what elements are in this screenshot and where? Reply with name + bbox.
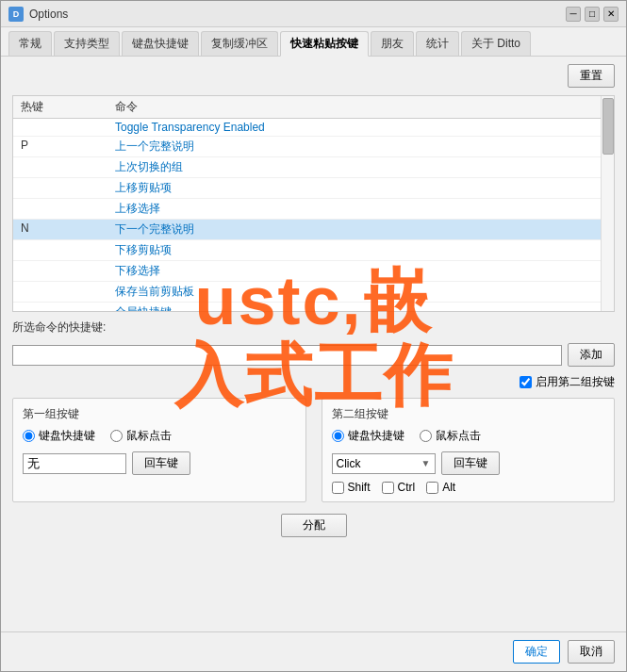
- minimize-button[interactable]: ─: [566, 7, 581, 22]
- group2-box: 第二组按键 键盘快捷键 鼠标点击 Click ▼: [322, 398, 616, 502]
- tab-stats[interactable]: 统计: [416, 31, 459, 56]
- main-window: D Options ─ □ ✕ 常规 支持类型 键盘快捷键 复制缓冲区 快速粘贴…: [0, 0, 627, 672]
- group2-ctrl-label[interactable]: Ctrl: [382, 481, 416, 494]
- cell-hotkey: [21, 201, 115, 217]
- group1-radio-row: 键盘快捷键 鼠标点击: [23, 428, 296, 444]
- table-body: Toggle Transparency Enabled P 上一个完整说明 上次…: [13, 119, 614, 311]
- cell-hotkey: N: [21, 221, 115, 238]
- group1-input[interactable]: [23, 453, 126, 474]
- alt-label: Alt: [442, 481, 455, 494]
- tab-quick-paste[interactable]: 快速粘贴按键: [280, 31, 369, 57]
- reset-button[interactable]: 重置: [568, 64, 615, 88]
- cell-cmd: 上移选择: [115, 201, 606, 217]
- app-icon: D: [8, 7, 24, 22]
- group2-radio-row: 键盘快捷键 鼠标点击: [332, 428, 605, 444]
- cell-hotkey: [21, 242, 115, 258]
- group2-input-row: Click ▼ 回车键: [332, 451, 605, 475]
- shortcut-row: 所选命令的快捷键:: [12, 320, 615, 336]
- shift-label: Shift: [348, 481, 371, 494]
- shortcut-table: 热键 命令 Toggle Transparency Enabled P 上一个完…: [12, 95, 615, 312]
- add-button[interactable]: 添加: [568, 343, 615, 367]
- group1-title: 第一组按键: [23, 406, 296, 422]
- dropdown-arrow-icon: ▼: [421, 458, 431, 468]
- cell-hotkey: [21, 304, 115, 311]
- tab-copy-buffer[interactable]: 复制缓冲区: [201, 31, 278, 56]
- reset-row: 重置: [12, 64, 615, 88]
- cell-hotkey: [21, 159, 115, 175]
- main-content: 重置 热键 命令 Toggle Transparency Enabled P 上…: [1, 57, 626, 631]
- cell-hotkey: [21, 263, 115, 279]
- window-title: Options: [29, 8, 68, 21]
- cell-cmd: Toggle Transparency Enabled: [115, 121, 606, 134]
- cell-hotkey: P: [21, 139, 115, 155]
- groups-area: 第一组按键 键盘快捷键 鼠标点击 回车键: [12, 398, 615, 502]
- tab-bar: 常规 支持类型 键盘快捷键 复制缓冲区 快速粘贴按键 朋友 统计 关于 Ditt…: [1, 27, 626, 57]
- second-group-checkbox[interactable]: [520, 376, 532, 388]
- table-row[interactable]: Toggle Transparency Enabled: [13, 119, 614, 137]
- cell-cmd: 下移选择: [115, 263, 606, 279]
- group1-box: 第一组按键 键盘快捷键 鼠标点击 回车键: [12, 398, 306, 502]
- tab-about[interactable]: 关于 Ditto: [461, 31, 531, 56]
- cell-cmd: 上一个完整说明: [115, 139, 606, 155]
- group2-shift-label[interactable]: Shift: [332, 481, 371, 494]
- shift-checkbox[interactable]: [332, 482, 344, 494]
- table-row[interactable]: P 上一个完整说明: [13, 137, 614, 157]
- second-group-checkbox-label[interactable]: 启用第二组按键: [520, 374, 615, 390]
- tab-keyboard-shortcuts[interactable]: 键盘快捷键: [122, 31, 199, 56]
- header-hotkey: 热键: [21, 99, 115, 115]
- title-bar-left: D Options: [8, 7, 68, 22]
- group2-keyboard-label: 键盘快捷键: [348, 428, 404, 444]
- group1-enter-button[interactable]: 回车键: [132, 451, 190, 475]
- maximize-button[interactable]: □: [585, 7, 600, 22]
- group2-radio-mouse[interactable]: 鼠标点击: [420, 428, 481, 444]
- group2-enter-button[interactable]: 回车键: [441, 451, 500, 475]
- table-row[interactable]: 下移剪贴项: [13, 240, 614, 261]
- table-row[interactable]: 全局快捷键: [13, 303, 614, 311]
- assign-button[interactable]: 分配: [281, 514, 347, 537]
- cell-hotkey: [21, 180, 115, 196]
- table-row-selected[interactable]: N 下一个完整说明: [13, 220, 614, 240]
- cell-cmd: 上移剪贴项: [115, 180, 606, 196]
- cell-cmd: 保存当前剪贴板: [115, 284, 606, 300]
- group2-title: 第二组按键: [332, 406, 605, 422]
- scrollbar[interactable]: [601, 96, 614, 311]
- table-row[interactable]: 保存当前剪贴板: [13, 282, 614, 303]
- group1-input-row: 回车键: [23, 451, 296, 475]
- group1-mouse-label: 鼠标点击: [126, 428, 172, 444]
- alt-checkbox[interactable]: [426, 482, 438, 494]
- ctrl-checkbox[interactable]: [382, 482, 394, 494]
- bottom-bar: 确定 取消: [1, 631, 626, 671]
- ok-button[interactable]: 确定: [513, 640, 560, 664]
- cell-hotkey: [21, 121, 115, 134]
- table-row[interactable]: 下移选择: [13, 261, 614, 282]
- tab-general[interactable]: 常规: [8, 31, 52, 56]
- cell-cmd: 下移剪贴项: [115, 242, 606, 258]
- cell-hotkey: [21, 284, 115, 300]
- scrollbar-thumb[interactable]: [602, 98, 614, 155]
- group2-alt-label[interactable]: Alt: [426, 481, 455, 494]
- table-header: 热键 命令: [13, 96, 614, 119]
- close-button[interactable]: ✕: [603, 7, 619, 22]
- group2-mouse-label: 鼠标点击: [436, 428, 481, 444]
- group2-radio-keyboard[interactable]: 键盘快捷键: [332, 428, 404, 444]
- shortcut-label: 所选命令的快捷键:: [12, 320, 106, 336]
- table-row[interactable]: 上移选择: [13, 199, 614, 220]
- cell-cmd: 下一个完整说明: [115, 221, 606, 238]
- group2-checkbox-row: Shift Ctrl Alt: [332, 481, 605, 494]
- tab-support-type[interactable]: 支持类型: [54, 31, 120, 56]
- table-row[interactable]: 上次切换的组: [13, 157, 614, 178]
- cancel-button[interactable]: 取消: [568, 640, 615, 664]
- group1-radio-mouse[interactable]: 鼠标点击: [110, 428, 172, 444]
- group1-radio-keyboard[interactable]: 键盘快捷键: [23, 428, 95, 444]
- group2-dropdown[interactable]: Click ▼: [332, 453, 436, 474]
- tab-friends[interactable]: 朋友: [371, 31, 414, 56]
- shortcut-input[interactable]: [12, 345, 562, 366]
- cell-cmd: 上次切换的组: [115, 159, 606, 175]
- cell-cmd: 全局快捷键: [115, 304, 606, 311]
- ctrl-label: Ctrl: [398, 481, 416, 494]
- group1-keyboard-label: 键盘快捷键: [39, 428, 95, 444]
- table-row[interactable]: 上移剪贴项: [13, 178, 614, 199]
- title-bar: D Options ─ □ ✕: [1, 1, 626, 27]
- title-buttons: ─ □ ✕: [566, 7, 619, 22]
- second-group-label: 启用第二组按键: [536, 374, 615, 390]
